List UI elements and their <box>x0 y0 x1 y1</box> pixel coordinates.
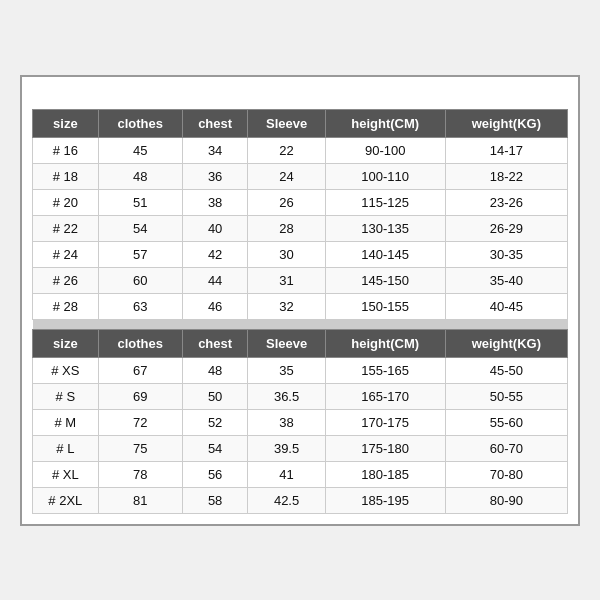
table1-cell-3-0: # 22 <box>33 215 99 241</box>
table2-cell-2-4: 170-175 <box>325 409 445 435</box>
table1-cell-0-4: 90-100 <box>325 137 445 163</box>
table2-cell-2-1: 72 <box>98 409 182 435</box>
table2-cell-5-5: 80-90 <box>445 487 567 513</box>
table1-cell-3-1: 54 <box>98 215 182 241</box>
col-header-3: Sleeve <box>248 109 325 137</box>
table1-cell-2-5: 23-26 <box>445 189 567 215</box>
col-header-1: clothes <box>98 109 182 137</box>
table2-cell-2-5: 55-60 <box>445 409 567 435</box>
table2-cell-1-5: 50-55 <box>445 383 567 409</box>
table1-cell-4-2: 42 <box>182 241 248 267</box>
col2-header-5: weight(KG) <box>445 329 567 357</box>
table1-cell-5-4: 145-150 <box>325 267 445 293</box>
table2-row-0: # XS674835155-16545-50 <box>33 357 568 383</box>
table2-cell-2-2: 52 <box>182 409 248 435</box>
table1-cell-1-0: # 18 <box>33 163 99 189</box>
col2-header-2: chest <box>182 329 248 357</box>
table2-cell-0-2: 48 <box>182 357 248 383</box>
table1-cell-2-0: # 20 <box>33 189 99 215</box>
size-table-children: sizeclotheschestSleeveheight(CM)weight(K… <box>32 109 568 514</box>
table2-cell-4-2: 56 <box>182 461 248 487</box>
table1-cell-1-1: 48 <box>98 163 182 189</box>
table1-cell-0-3: 22 <box>248 137 325 163</box>
table2-row-3: # L755439.5175-18060-70 <box>33 435 568 461</box>
col-header-0: size <box>33 109 99 137</box>
table2-row-4: # XL785641180-18570-80 <box>33 461 568 487</box>
table2-row-2: # M725238170-17555-60 <box>33 409 568 435</box>
col-header-2: chest <box>182 109 248 137</box>
table1-cell-1-5: 18-22 <box>445 163 567 189</box>
table1-cell-0-0: # 16 <box>33 137 99 163</box>
table2-cell-5-3: 42.5 <box>248 487 325 513</box>
table2-cell-4-5: 70-80 <box>445 461 567 487</box>
table2-cell-0-0: # XS <box>33 357 99 383</box>
table1-cell-1-2: 36 <box>182 163 248 189</box>
table1-row-2: # 20513826115-12523-26 <box>33 189 568 215</box>
col2-header-1: clothes <box>98 329 182 357</box>
table2-cell-5-0: # 2XL <box>33 487 99 513</box>
col-header-4: height(CM) <box>325 109 445 137</box>
table1-cell-6-1: 63 <box>98 293 182 319</box>
table1-cell-3-2: 40 <box>182 215 248 241</box>
table1-cell-5-5: 35-40 <box>445 267 567 293</box>
table1-cell-6-5: 40-45 <box>445 293 567 319</box>
gap-row <box>33 319 568 329</box>
table2-cell-1-4: 165-170 <box>325 383 445 409</box>
col2-header-0: size <box>33 329 99 357</box>
table2-header-row: sizeclotheschestSleeveheight(CM)weight(K… <box>33 329 568 357</box>
table2-cell-0-1: 67 <box>98 357 182 383</box>
table2-cell-4-3: 41 <box>248 461 325 487</box>
table1-row-6: # 28634632150-15540-45 <box>33 293 568 319</box>
table1-cell-1-3: 24 <box>248 163 325 189</box>
table1-cell-3-5: 26-29 <box>445 215 567 241</box>
table1-cell-1-4: 100-110 <box>325 163 445 189</box>
table2-cell-3-0: # L <box>33 435 99 461</box>
table1-cell-6-0: # 28 <box>33 293 99 319</box>
table2-cell-0-3: 35 <box>248 357 325 383</box>
table1-cell-2-3: 26 <box>248 189 325 215</box>
col-header-5: weight(KG) <box>445 109 567 137</box>
table1-cell-0-2: 34 <box>182 137 248 163</box>
table2-cell-1-2: 50 <box>182 383 248 409</box>
table1-cell-5-2: 44 <box>182 267 248 293</box>
table2-cell-2-3: 38 <box>248 409 325 435</box>
table1-cell-2-2: 38 <box>182 189 248 215</box>
table1-cell-4-0: # 24 <box>33 241 99 267</box>
table1-cell-4-1: 57 <box>98 241 182 267</box>
table1-row-0: # 1645342290-10014-17 <box>33 137 568 163</box>
table1-cell-3-4: 130-135 <box>325 215 445 241</box>
table1-cell-6-2: 46 <box>182 293 248 319</box>
table2-row-5: # 2XL815842.5185-19580-90 <box>33 487 568 513</box>
table2-cell-3-4: 175-180 <box>325 435 445 461</box>
table1-cell-6-4: 150-155 <box>325 293 445 319</box>
table1-cell-2-4: 115-125 <box>325 189 445 215</box>
table2-cell-4-0: # XL <box>33 461 99 487</box>
table2-cell-5-2: 58 <box>182 487 248 513</box>
table1-cell-4-4: 140-145 <box>325 241 445 267</box>
table1-cell-5-0: # 26 <box>33 267 99 293</box>
table1-row-1: # 18483624100-11018-22 <box>33 163 568 189</box>
table2-cell-2-0: # M <box>33 409 99 435</box>
table2-cell-3-1: 75 <box>98 435 182 461</box>
table1-cell-4-3: 30 <box>248 241 325 267</box>
table2-cell-3-2: 54 <box>182 435 248 461</box>
col2-header-3: Sleeve <box>248 329 325 357</box>
table2-cell-1-0: # S <box>33 383 99 409</box>
table1-row-4: # 24574230140-14530-35 <box>33 241 568 267</box>
table1-cell-2-1: 51 <box>98 189 182 215</box>
table2-cell-4-4: 180-185 <box>325 461 445 487</box>
table2-cell-5-4: 185-195 <box>325 487 445 513</box>
table2-cell-0-4: 155-165 <box>325 357 445 383</box>
table2-cell-5-1: 81 <box>98 487 182 513</box>
table2-cell-3-5: 60-70 <box>445 435 567 461</box>
table1-cell-3-3: 28 <box>248 215 325 241</box>
table2-cell-4-1: 78 <box>98 461 182 487</box>
table2-row-1: # S695036.5165-17050-55 <box>33 383 568 409</box>
table2-cell-1-1: 69 <box>98 383 182 409</box>
table1-cell-5-1: 60 <box>98 267 182 293</box>
table1-cell-0-5: 14-17 <box>445 137 567 163</box>
table2-cell-0-5: 45-50 <box>445 357 567 383</box>
col2-header-4: height(CM) <box>325 329 445 357</box>
table1-cell-6-3: 32 <box>248 293 325 319</box>
table2-cell-1-3: 36.5 <box>248 383 325 409</box>
